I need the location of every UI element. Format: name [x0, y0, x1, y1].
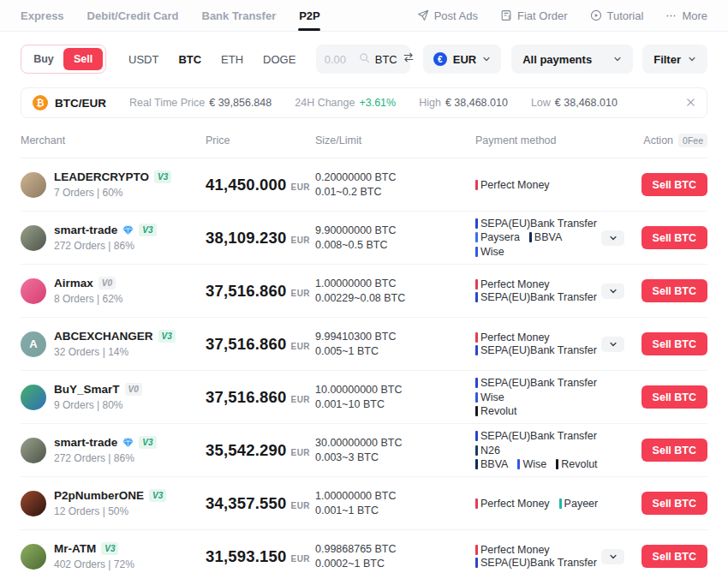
payment-tag-label: Wise — [480, 246, 504, 258]
merchant-row: AirmaxV08 Orders | 62%37,516.860EUR1.000… — [21, 264, 707, 317]
payment-tag: SEPA(EU)Bank Transfer — [475, 430, 597, 442]
expand-payments-button[interactable] — [601, 230, 624, 246]
payment-tag: Perfect Money — [475, 179, 550, 191]
payment-tag-label: SEPA(EU)Bank Transfer — [480, 557, 597, 569]
payment-tag: N26 — [475, 445, 500, 457]
all-payments-select[interactable]: All payments — [511, 45, 633, 74]
merchant-avatar[interactable] — [21, 172, 46, 198]
fiat-currency-select[interactable]: € EUR — [423, 45, 501, 74]
payment-color-bar — [475, 279, 478, 290]
sell-btc-button[interactable]: Sell BTC — [641, 226, 707, 249]
sell-tab[interactable]: Sell — [63, 48, 103, 70]
size-limit-cell: 9.90000000 BTC0.008~0.5 BTC — [315, 224, 475, 253]
sell-btc-button[interactable]: Sell BTC — [641, 279, 707, 302]
size-limit: 0.008~0.5 BTC — [315, 238, 475, 253]
merchant-row: LEADERCRYPTOV37 Orders | 60%41,450.000EU… — [21, 158, 707, 211]
bitcoin-icon: ₿ — [33, 95, 48, 110]
payment-color-bar — [475, 459, 478, 469]
merchant-name[interactable]: Mr-ATM — [54, 542, 96, 555]
size-amount: 30.00000000 BTC — [315, 436, 475, 451]
merchant-orders: 9 Orders | 80% — [54, 399, 142, 411]
size-limit: 0.0002~1 BTC — [315, 557, 475, 571]
merchant-avatar[interactable] — [21, 438, 46, 463]
payment-tag-label: BBVA — [480, 458, 508, 470]
payment-method-cell: SEPA(EU)Bank TransferPayseraBBVAWise — [475, 217, 638, 260]
merchant-name[interactable]: smart-trade — [54, 436, 117, 449]
coin-tab-usdt[interactable]: USDT — [128, 53, 158, 66]
header-action: Action — [643, 134, 673, 146]
payment-tag: Perfect Money — [475, 331, 550, 343]
merchant-name[interactable]: LEADERCRYPTO — [54, 170, 149, 183]
coin-tab-eth[interactable]: ETH — [221, 53, 243, 66]
merchant-name-row: ABCEXCHANGERV3 — [54, 330, 176, 343]
merchant-level-badge: V3 — [149, 489, 166, 502]
payment-color-bar — [475, 498, 478, 509]
filter-button[interactable]: Filter — [642, 45, 707, 74]
merchant-name[interactable]: ABCEXCHANGER — [54, 330, 153, 343]
price-value: 35,542.290 — [206, 441, 287, 460]
payment-color-bar — [475, 392, 478, 403]
sell-btc-button[interactable]: Sell BTC — [641, 545, 707, 568]
swap-icon[interactable] — [403, 51, 415, 67]
merchant-avatar[interactable] — [21, 278, 46, 304]
fiat-order-link[interactable]: $ Fiat Order — [500, 9, 568, 22]
tab-p2p[interactable]: P2P — [299, 0, 320, 31]
size-amount: 10.00000000 BTC — [315, 383, 475, 397]
buy-tab[interactable]: Buy — [24, 48, 63, 70]
fiat-currency-value: EUR — [453, 53, 476, 66]
sell-btc-button[interactable]: Sell BTC — [641, 385, 707, 409]
payment-line: Perfect Money — [475, 544, 599, 556]
merchant-cell: AABCEXCHANGERV332 Orders | 14% — [21, 330, 206, 358]
merchant-avatar[interactable] — [21, 491, 46, 516]
payment-tag: SEPA(EU)Bank Transfer — [475, 377, 597, 389]
coin-tab-btc[interactable]: BTC — [178, 53, 201, 66]
tab-express[interactable]: Express — [21, 0, 64, 31]
sell-btc-button[interactable]: Sell BTC — [641, 439, 707, 462]
sell-btc-button[interactable]: Sell BTC — [641, 492, 707, 515]
post-ads-link[interactable]: Post Ads — [417, 9, 478, 22]
size-limit: 0.001~1 BTC — [315, 504, 475, 518]
amount-input[interactable] — [325, 53, 354, 66]
stat-value: € 38,468.010 — [555, 97, 618, 109]
merchant-cell: LEADERCRYPTOV37 Orders | 60% — [21, 170, 206, 199]
payment-tag: Perfect Money — [475, 498, 550, 510]
merchant-info: ABCEXCHANGERV332 Orders | 14% — [54, 330, 176, 358]
merchant-avatar[interactable] — [21, 225, 46, 251]
size-limit: 0.001~10 BTC — [315, 397, 475, 412]
search-icon — [359, 51, 370, 67]
close-icon[interactable] — [686, 98, 695, 109]
payment-tag-label: Revolut — [480, 405, 516, 417]
price-currency: EUR — [291, 501, 310, 510]
expand-payments-button[interactable] — [601, 549, 624, 564]
more-link[interactable]: More — [665, 9, 707, 22]
payment-tag: Revolut — [475, 405, 516, 417]
merchant-avatar[interactable]: A — [21, 331, 46, 357]
merchant-name[interactable]: Airmax — [54, 277, 93, 290]
merchant-name[interactable]: BuY_SmarT — [54, 383, 120, 396]
action-cell: Sell BTC — [638, 439, 707, 462]
sell-btc-button[interactable]: Sell BTC — [641, 173, 707, 196]
size-limit-cell: 0.99868765 BTC0.0002~1 BTC — [315, 542, 475, 571]
sell-btc-button[interactable]: Sell BTC — [641, 332, 707, 355]
tutorial-link[interactable]: Tutorial — [590, 9, 644, 22]
fiat-order-icon: $ — [500, 9, 512, 21]
expand-payments-button[interactable] — [601, 284, 624, 299]
high-stat: High € 38,468.010 — [419, 97, 508, 109]
tab-bank-transfer[interactable]: Bank Transfer — [202, 0, 277, 31]
payment-tag: SEPA(EU)Bank Transfer — [475, 557, 597, 569]
payment-line: PayseraBBVAWise — [475, 231, 599, 258]
size-limit-cell: 1.00000000 BTC0.001~1 BTC — [315, 489, 475, 518]
merchant-avatar[interactable] — [21, 544, 46, 570]
merchant-name[interactable]: P2pNumberONE — [54, 489, 144, 502]
coin-tab-doge[interactable]: DOGE — [263, 53, 295, 66]
merchant-name[interactable]: smart-trade — [54, 224, 117, 236]
merchant-name-row: LEADERCRYPTOV3 — [54, 170, 171, 183]
tab-debit-credit-card[interactable]: Debit/Credit Card — [87, 0, 179, 31]
payment-tag-label: Perfect Money — [480, 278, 550, 290]
all-payments-value: All payments — [522, 53, 592, 66]
merchant-cell: smart-tradeV3272 Orders | 86% — [21, 436, 206, 464]
expand-payments-button[interactable] — [601, 337, 624, 352]
verified-icon — [122, 438, 134, 448]
merchant-avatar[interactable] — [21, 385, 46, 410]
payment-method-cell: Perfect MoneySEPA(EU)Bank Transfer — [475, 542, 638, 570]
